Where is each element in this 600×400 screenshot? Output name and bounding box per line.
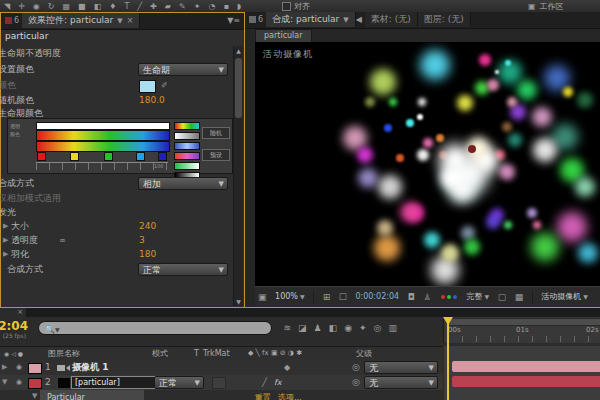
snapshot-camera-icon[interactable]: ◘ bbox=[408, 287, 415, 307]
graph-editor-icon[interactable]: ▥ bbox=[388, 321, 397, 335]
label-color-chip[interactable] bbox=[28, 363, 42, 374]
resolution-dropdown[interactable]: 完整▼ bbox=[466, 287, 489, 307]
transparency-grid-icon[interactable]: ▦ bbox=[515, 287, 524, 307]
work-area-bar[interactable] bbox=[448, 318, 600, 326]
composition-viewport[interactable]: 活动摄像机 bbox=[255, 42, 600, 286]
current-time-indicator[interactable] bbox=[447, 317, 449, 400]
column-trkmat[interactable]: TrkMat bbox=[203, 347, 230, 360]
3d-view-dropdown[interactable]: 活动摄像机▼ bbox=[541, 287, 588, 307]
tab-effect-controls[interactable]: 效果控件: particular▼× bbox=[22, 13, 140, 28]
panel-lock-icon[interactable]: 6 bbox=[14, 13, 19, 28]
reset-link[interactable]: 重置 bbox=[255, 390, 271, 400]
comp-breadcrumb[interactable]: particular bbox=[255, 29, 312, 43]
show-snapshot-icon[interactable]: ♟ bbox=[423, 287, 431, 307]
column-layer-name[interactable]: 图层名称 bbox=[48, 347, 80, 360]
time-ruler[interactable]: 00s01s02s bbox=[443, 317, 600, 343]
color-over-life-gradient-editor[interactable]: 透明 颜色 100 随机 预设 bbox=[7, 118, 233, 174]
tab-layer[interactable]: 图层: (无) bbox=[418, 12, 471, 27]
gradient-randomize-button[interactable]: 随机 bbox=[202, 127, 230, 139]
panel-lock-icon[interactable]: 6 bbox=[258, 12, 263, 27]
roi-icon[interactable]: ▢ bbox=[498, 287, 507, 307]
switch-icon[interactable]: ◆ bbox=[284, 360, 290, 375]
glow-size-value[interactable]: 240 bbox=[139, 219, 156, 234]
draft-3d-icon[interactable]: ◪ bbox=[298, 321, 307, 335]
twirl-icon[interactable]: ▶ bbox=[3, 233, 8, 248]
eye-icon[interactable]: ◉ bbox=[16, 360, 22, 375]
fx-switch-icon[interactable]: fx bbox=[274, 375, 282, 390]
twirl-icon[interactable]: ▶ bbox=[3, 247, 8, 262]
auto-keyframe-icon[interactable]: ◎ bbox=[374, 321, 382, 335]
layer-row-camera[interactable]: ▶ ◉ 1 摄像机 1 ◆ ◎ 无▼ bbox=[0, 360, 443, 375]
scrollbar-thumb[interactable] bbox=[235, 58, 242, 118]
hide-shy-icon[interactable]: ♟ bbox=[314, 321, 322, 335]
effect-row-particular[interactable]: ▼ Particular 重置 选项... bbox=[0, 390, 443, 400]
magnification-dropdown[interactable]: 100%▼ bbox=[275, 287, 305, 307]
brainstorm-icon[interactable]: ✦ bbox=[359, 321, 367, 335]
gradient-preset-swatch[interactable] bbox=[174, 132, 200, 140]
expand-icon[interactable]: ▼ bbox=[32, 389, 37, 400]
blend-mode-dropdown[interactable]: 正常▼ bbox=[154, 376, 204, 389]
twirl-icon[interactable]: ▶ bbox=[3, 219, 8, 234]
label-color-chip[interactable] bbox=[28, 378, 42, 389]
trkmat-box[interactable] bbox=[212, 377, 226, 389]
expand-icon[interactable]: ▼ bbox=[2, 375, 7, 390]
motion-blur-icon[interactable]: ◉ bbox=[344, 321, 352, 335]
pickwhip-icon[interactable]: ◎ bbox=[352, 375, 360, 390]
tab-nav-icon[interactable]: ◀ bbox=[356, 12, 362, 27]
tab-footage[interactable]: 素材: (无) bbox=[365, 12, 418, 27]
gradient-stop[interactable] bbox=[70, 152, 79, 161]
layer-name-edit-field[interactable]: [particular] bbox=[71, 376, 156, 389]
panel-menu-icon[interactable]: ▼≡ bbox=[227, 16, 240, 25]
parent-dropdown[interactable]: 无▼ bbox=[364, 361, 438, 374]
scrollbar[interactable]: ▲ ▼ bbox=[233, 46, 243, 306]
options-link[interactable]: 选项... bbox=[278, 390, 302, 400]
gradient-presets[interactable] bbox=[174, 122, 198, 182]
effect-name[interactable]: Particular bbox=[47, 390, 85, 400]
gradient-stop[interactable] bbox=[104, 152, 113, 161]
layer-row-particular[interactable]: ▼ ◉ 2 [particular] 正常▼ ╱ fx ◎ 无▼ bbox=[0, 375, 443, 390]
eye-icon[interactable]: ◉ bbox=[16, 375, 22, 390]
gradient-preset-swatch[interactable] bbox=[174, 142, 200, 150]
gradient-stop[interactable] bbox=[158, 152, 167, 161]
scroll-down-icon[interactable]: ▼ bbox=[234, 297, 243, 306]
particular-layer-bar[interactable] bbox=[452, 376, 600, 387]
column-t[interactable]: T bbox=[194, 347, 199, 360]
gradient-preset-swatch[interactable] bbox=[174, 162, 200, 170]
viewer-timecode[interactable]: 0:00:02:04 bbox=[355, 287, 399, 307]
tab-composition[interactable]: 合成: particular▼ bbox=[266, 12, 356, 27]
gradient-preset-swatch[interactable] bbox=[174, 122, 200, 130]
current-timecode[interactable]: 0:00:02:04 bbox=[0, 319, 30, 332]
grid-guides-icon[interactable]: ⊞ bbox=[323, 287, 331, 307]
gradient-stop[interactable] bbox=[37, 152, 46, 161]
glow-transfer-mode-dropdown[interactable]: 正常▼ bbox=[138, 263, 228, 276]
color-gradient-bar[interactable] bbox=[36, 130, 170, 141]
eyedropper-icon[interactable]: ✐ bbox=[161, 81, 173, 90]
mask-visibility-icon[interactable]: ☐ bbox=[339, 287, 347, 307]
track-area[interactable] bbox=[444, 346, 600, 400]
mini-flowchart-icon[interactable]: ≋ bbox=[284, 321, 292, 335]
tab-dropdown-icon[interactable]: ▼ bbox=[343, 16, 348, 24]
result-gradient-bar[interactable] bbox=[36, 141, 170, 152]
transfer-mode-dropdown[interactable]: 相加▼ bbox=[138, 177, 228, 190]
channel-icon[interactable] bbox=[440, 287, 458, 307]
parent-dropdown[interactable]: 无▼ bbox=[364, 376, 438, 389]
align-checkbox[interactable]: 对齐 bbox=[282, 1, 310, 12]
gradient-preset-swatch[interactable] bbox=[174, 152, 200, 160]
set-color-dropdown[interactable]: 生命期▼ bbox=[138, 63, 228, 76]
brush-switch-icon[interactable]: ╱ bbox=[262, 375, 267, 390]
frame-blend-icon[interactable]: ◧ bbox=[329, 321, 338, 335]
column-parent[interactable]: 父级 bbox=[356, 347, 372, 360]
always-preview-icon[interactable]: ▣ bbox=[258, 287, 267, 307]
color-swatch[interactable] bbox=[139, 80, 156, 93]
alpha-gradient-bar[interactable] bbox=[36, 122, 170, 130]
layer-name[interactable]: 摄像机 1 bbox=[72, 360, 108, 375]
tab-dropdown-icon[interactable]: ▼ bbox=[117, 17, 122, 25]
glow-opacity-value[interactable]: 3 bbox=[139, 233, 145, 248]
camera-layer-bar[interactable] bbox=[452, 361, 600, 372]
tab-close-icon[interactable]: × bbox=[127, 16, 134, 25]
glow-feather-value[interactable]: 180 bbox=[139, 247, 156, 262]
gradient-preset-button[interactable]: 预设 bbox=[202, 149, 230, 161]
group-row-glow[interactable]: 发光 bbox=[1, 205, 233, 220]
expand-icon[interactable]: ▶ bbox=[2, 360, 7, 375]
pickwhip-icon[interactable]: ◎ bbox=[352, 360, 360, 375]
